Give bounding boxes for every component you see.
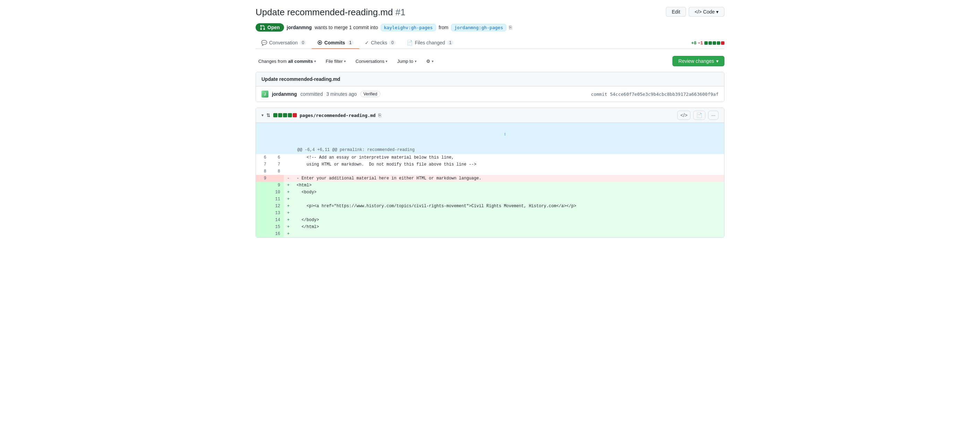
tab-files-count: 1: [447, 40, 453, 45]
tab-checks[interactable]: ✓ Checks 0: [359, 37, 401, 49]
pr-subtitle: Open jordanmng wants to merge 1 commit i…: [256, 23, 724, 32]
old-line-num: [256, 189, 270, 196]
expand-hunk-row[interactable]: ↕: [256, 123, 724, 146]
file-diff-header: ▾ ⇅ pages/recommended-reading.md ⎘ </> 📄…: [256, 108, 724, 123]
line-code: [293, 168, 724, 175]
old-line-num: [256, 217, 270, 224]
file-actions: </> 📄 ···: [677, 111, 719, 120]
new-line-num: 9: [270, 182, 284, 189]
line-code: - Enter your additional material here in…: [293, 175, 724, 182]
hunk-header-row: @@ -6,4 +6,11 @@ permalink: recommended-…: [256, 146, 724, 154]
diff-stats: +8 −1: [691, 40, 724, 45]
stat-sq-4: [288, 113, 292, 117]
diff-sign: +: [284, 182, 293, 189]
table-row: 9 - - Enter your additional material her…: [256, 175, 724, 182]
review-changes-label: Review changes: [678, 58, 714, 64]
tab-files-changed[interactable]: 📄 Files changed 1: [401, 37, 459, 49]
tab-commits[interactable]: ⦿ Commits 1: [312, 37, 359, 49]
diff-sign: +: [284, 230, 293, 237]
new-line-num: 10: [270, 189, 284, 196]
collapse-button[interactable]: ▾: [261, 113, 264, 118]
base-branch[interactable]: kayleighv:gh-pages: [381, 24, 436, 31]
review-changes-button[interactable]: Review changes ▾: [672, 56, 724, 66]
hunk-header-text: @@ -6,4 +6,11 @@ permalink: recommended-…: [293, 146, 724, 154]
commit-title: Update recommended-reading.md: [256, 72, 724, 86]
stat-sq-3: [283, 113, 287, 117]
line-code: [293, 230, 724, 237]
status-badge: Open: [256, 23, 284, 32]
new-line-num: 8: [270, 168, 284, 175]
code-button[interactable]: </> Code ▾: [689, 7, 724, 17]
more-options-button[interactable]: ···: [708, 111, 719, 120]
pr-header: Update recommended-reading.md #1 Edit </…: [256, 7, 724, 18]
tab-commits-count: 1: [347, 40, 354, 45]
conversations-dropdown[interactable]: Conversations ▾: [353, 57, 390, 65]
jump-to-dropdown[interactable]: Jump to ▾: [394, 57, 419, 65]
view-file-button[interactable]: 📄: [693, 111, 705, 120]
hunk-sign: [284, 146, 293, 154]
diff-toolbar: Changes from all commits ▾ File filter ▾…: [256, 53, 724, 69]
file-path: pages/recommended-reading.md: [300, 113, 375, 118]
table-row: 15 + </html>: [256, 224, 724, 230]
commit-icon: ⦿: [317, 40, 322, 45]
settings-dropdown[interactable]: ⚙ ▾: [423, 57, 436, 65]
diff-sign: +: [284, 189, 293, 196]
diff-table: ↕ @@ -6,4 +6,11 @@ permalink: recommende…: [256, 123, 724, 237]
diff-sign: -: [284, 175, 293, 182]
view-file-code-button[interactable]: </>: [677, 111, 690, 120]
chevron-down-icon: ▾: [432, 59, 433, 63]
diff-bar-3: [713, 41, 716, 45]
status-text: Open: [267, 25, 280, 30]
line-code: using HTML or markdown. Do not modify th…: [293, 161, 724, 168]
pr-number: #1: [395, 7, 406, 18]
stat-sq-1: [273, 113, 277, 117]
verified-badge: Verified: [360, 91, 380, 97]
copy-icon[interactable]: ⎘: [509, 25, 512, 30]
tab-commits-label: Commits: [324, 40, 345, 45]
stat-sq-5: [293, 113, 297, 117]
new-line-num: 16: [270, 230, 284, 237]
diff-sign: +: [284, 210, 293, 217]
git-pull-request-icon: [260, 25, 265, 30]
new-line-num: 11: [270, 196, 284, 203]
gear-icon: ⚙: [426, 59, 430, 64]
edit-button[interactable]: Edit: [666, 7, 686, 17]
code-label: Code: [703, 9, 715, 14]
head-branch[interactable]: jordanmng:gh-pages: [451, 24, 506, 31]
header-actions: Edit </> Code ▾: [666, 7, 724, 17]
expand-hunk-cell[interactable]: ↕: [256, 123, 724, 146]
old-line-num: 8: [256, 168, 270, 175]
commit-action: committed: [300, 91, 323, 97]
file-icon: 📄: [407, 40, 413, 45]
tabs-container: 💬 Conversation 0 ⦿ Commits 1 ✓ Checks 0 …: [256, 37, 724, 49]
line-code: </html>: [293, 224, 724, 230]
comment-icon: 💬: [261, 40, 267, 45]
changes-from-text: Changes from: [258, 59, 287, 64]
diff-bar-2: [708, 41, 712, 45]
chevron-down-icon: ▾: [716, 9, 719, 14]
file-filter-label: File filter: [326, 59, 343, 64]
copy-path-icon[interactable]: ⎘: [378, 112, 381, 118]
avatar: J: [261, 91, 269, 97]
chevron-down-icon: ▾: [716, 58, 719, 64]
diff-sign: +: [284, 217, 293, 224]
changes-from-dropdown[interactable]: Changes from all commits ▾: [256, 57, 319, 65]
file-diff: ▾ ⇅ pages/recommended-reading.md ⎘ </> 📄…: [256, 108, 724, 238]
chevron-down-icon: ▾: [386, 59, 387, 63]
diff-additions: +8: [691, 40, 696, 45]
file-filter-dropdown[interactable]: File filter ▾: [323, 57, 348, 65]
table-row: 12 + <p><a href="https://www.history.com…: [256, 203, 724, 210]
new-line-num: 13: [270, 210, 284, 217]
diff-bar-1: [704, 41, 708, 45]
new-line-num: [270, 175, 284, 182]
conversations-label: Conversations: [355, 59, 384, 64]
old-line-num: 7: [256, 161, 270, 168]
diff-bar-5: [721, 41, 724, 45]
new-line-num: 7: [270, 161, 284, 168]
jump-to-label: Jump to: [397, 59, 413, 64]
old-line-num: [256, 203, 270, 210]
tab-checks-count: 0: [389, 40, 396, 45]
tab-conversation[interactable]: 💬 Conversation 0: [256, 37, 312, 49]
new-line-num: 6: [270, 154, 284, 161]
commit-author: jordanmng: [272, 91, 297, 97]
